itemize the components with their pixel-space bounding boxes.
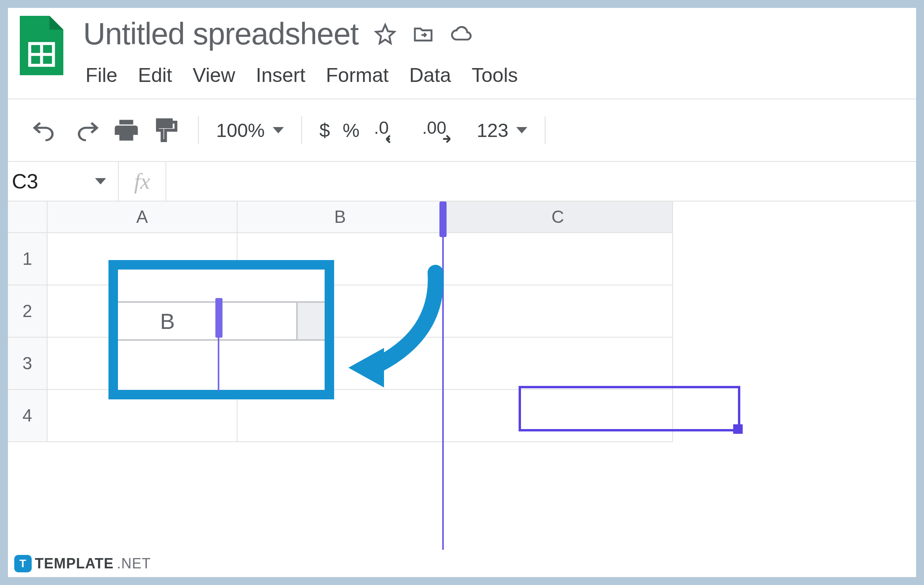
- sheets-logo-icon: [20, 16, 63, 75]
- annotation-arrow-icon: [333, 265, 451, 391]
- row-header-3[interactable]: 3: [8, 338, 48, 390]
- name-box-value: C3: [12, 169, 38, 193]
- cell-c1[interactable]: [443, 233, 673, 285]
- toolbar-divider: [301, 116, 302, 144]
- format-currency-button[interactable]: $: [319, 120, 330, 141]
- print-icon[interactable]: [112, 116, 140, 144]
- menu-edit[interactable]: Edit: [138, 64, 172, 87]
- row-header-2[interactable]: 2: [8, 285, 48, 338]
- app-window: Untitled spreadsheet File Edit View: [8, 8, 916, 577]
- cell-c2[interactable]: [443, 285, 673, 338]
- fx-icon: fx: [119, 162, 166, 201]
- menu-format[interactable]: Format: [326, 64, 388, 87]
- column-header-a[interactable]: A: [48, 201, 238, 233]
- star-icon[interactable]: [374, 23, 396, 45]
- svg-text:.0: .0: [374, 118, 389, 138]
- column-header-b[interactable]: B: [238, 201, 443, 233]
- name-box[interactable]: C3: [8, 162, 119, 201]
- spreadsheet-grid: A B C 1 2 3 4: [8, 201, 916, 442]
- menu-tools[interactable]: Tools: [472, 64, 518, 87]
- increase-decimal-icon[interactable]: .00: [420, 116, 464, 144]
- zoom-dropdown[interactable]: 100%: [216, 120, 284, 141]
- column-header-c[interactable]: C: [443, 201, 673, 233]
- formula-input[interactable]: [166, 162, 916, 201]
- watermark-logo-icon: T: [14, 555, 32, 572]
- number-format-label: 123: [477, 120, 508, 141]
- menubar: File Edit View Insert Format Data Tools: [83, 64, 904, 87]
- row-header-1[interactable]: 1: [8, 233, 48, 285]
- fill-handle[interactable]: [733, 424, 743, 434]
- svg-text:.00: .00: [422, 118, 447, 137]
- column-headers: A B C: [8, 201, 916, 233]
- watermark: T TEMPLATE.NET: [8, 550, 157, 577]
- move-to-folder-icon[interactable]: [412, 23, 434, 45]
- toolbar-divider: [198, 116, 199, 144]
- callout-resize-guide: [218, 338, 219, 391]
- menu-file[interactable]: File: [86, 64, 118, 87]
- number-format-dropdown[interactable]: 123: [477, 120, 527, 141]
- column-resize-handle[interactable]: [439, 201, 447, 237]
- select-all-corner[interactable]: [8, 201, 48, 233]
- undo-icon[interactable]: [32, 116, 59, 144]
- watermark-brand: TEMPLATE: [35, 555, 114, 572]
- selection-outline: [519, 386, 740, 431]
- chevron-down-icon: [95, 178, 106, 184]
- redo-icon[interactable]: [72, 116, 100, 144]
- watermark-suffix: .NET: [117, 555, 151, 572]
- callout-inset: B: [108, 260, 334, 399]
- menu-data[interactable]: Data: [409, 64, 451, 87]
- header: Untitled spreadsheet File Edit View: [8, 8, 916, 87]
- chevron-down-icon: [516, 127, 527, 133]
- row-header-4[interactable]: 4: [8, 390, 48, 442]
- cloud-status-icon[interactable]: [450, 23, 472, 45]
- callout-adjacent-cell: [296, 303, 325, 339]
- toolbar: 100% $ % .0 .00 123: [8, 99, 916, 162]
- format-percent-button[interactable]: %: [342, 120, 359, 141]
- callout-resize-handle-icon: [215, 298, 222, 338]
- callout-column-b-label: B: [118, 303, 217, 339]
- menu-view[interactable]: View: [193, 64, 235, 87]
- svg-rect-3: [158, 120, 171, 127]
- cell-c3[interactable]: [443, 338, 673, 390]
- zoom-value: 100%: [216, 120, 265, 141]
- formula-bar: C3 fx: [8, 162, 916, 201]
- decrease-decimal-icon[interactable]: .0: [372, 116, 408, 144]
- toolbar-divider: [545, 116, 546, 144]
- chevron-down-icon: [273, 127, 284, 133]
- paint-format-icon[interactable]: [153, 116, 181, 144]
- document-title[interactable]: Untitled spreadsheet: [83, 16, 358, 52]
- menu-insert[interactable]: Insert: [256, 64, 305, 87]
